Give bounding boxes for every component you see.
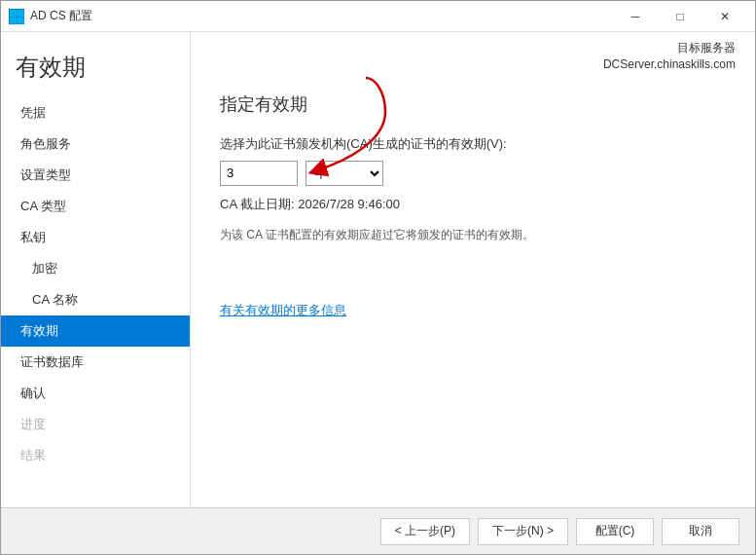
next-button[interactable]: 下一步(N) > bbox=[478, 518, 568, 545]
sidebar-item-role-services[interactable]: 角色服务 bbox=[1, 129, 190, 160]
sidebar-item-private-key[interactable]: 私钥 bbox=[1, 222, 190, 253]
server-info-header: 目标服务器 DCServer.chinaskills.com bbox=[191, 32, 755, 73]
sidebar: 有效期 凭据 角色服务 设置类型 CA 类型 私钥 加密 CA 名称 bbox=[1, 32, 191, 507]
sidebar-item-credentials[interactable]: 凭据 bbox=[1, 97, 190, 129]
expiry-date: CA 截止日期: 2026/7/28 9:46:00 bbox=[220, 196, 726, 213]
svg-rect-0 bbox=[10, 10, 17, 17]
main-area: 目标服务器 DCServer.chinaskills.com 指定有效期 选择为… bbox=[191, 32, 755, 507]
window-controls: ─ □ ✕ bbox=[613, 1, 747, 32]
sidebar-item-confirm[interactable]: 确认 bbox=[1, 378, 190, 409]
window-title: AD CS 配置 bbox=[30, 8, 613, 24]
svg-rect-3 bbox=[18, 17, 24, 23]
section-title: 指定有效期 bbox=[220, 92, 726, 116]
footer: < 上一步(P) 下一步(N) > 配置(C) 取消 bbox=[1, 507, 755, 554]
sidebar-item-ca-type[interactable]: CA 类型 bbox=[1, 191, 190, 222]
app-icon bbox=[9, 9, 24, 24]
svg-rect-2 bbox=[10, 17, 17, 23]
info-text: 为该 CA 证书配置的有效期应超过它将颁发的证书的有效期。 bbox=[220, 227, 658, 243]
svg-rect-1 bbox=[18, 10, 24, 17]
content-area: 有效期 凭据 角色服务 设置类型 CA 类型 私钥 加密 CA 名称 bbox=[1, 32, 755, 507]
sidebar-item-encryption[interactable]: 加密 bbox=[1, 253, 190, 284]
back-button[interactable]: < 上一步(P) bbox=[380, 518, 470, 545]
server-name: DCServer.chinaskills.com bbox=[603, 56, 736, 73]
sidebar-item-progress: 进度 bbox=[1, 409, 190, 440]
maximize-button[interactable]: □ bbox=[658, 1, 702, 32]
validity-input-row: 年 月 周 天 bbox=[220, 161, 383, 186]
close-button[interactable]: ✕ bbox=[702, 1, 747, 32]
title-bar: AD CS 配置 ─ □ ✕ bbox=[1, 1, 755, 32]
minimize-button[interactable]: ─ bbox=[613, 1, 658, 32]
target-server-label: 目标服务器 bbox=[603, 40, 736, 56]
cancel-button[interactable]: 取消 bbox=[662, 518, 739, 545]
sidebar-item-result: 结果 bbox=[1, 440, 190, 471]
sidebar-heading: 有效期 bbox=[1, 32, 190, 97]
sidebar-item-cert-db[interactable]: 证书数据库 bbox=[1, 347, 190, 378]
sidebar-item-ca-name[interactable]: CA 名称 bbox=[1, 284, 190, 315]
configure-button[interactable]: 配置(C) bbox=[576, 518, 654, 545]
main-window: AD CS 配置 ─ □ ✕ 有效期 凭据 角色服务 设置类型 CA 类型 私钥 bbox=[0, 0, 756, 555]
validity-label: 选择为此证书颁发机构(CA)生成的证书的有效期(V): bbox=[220, 135, 726, 153]
more-info-link[interactable]: 有关有效期的更多信息 bbox=[220, 302, 726, 319]
validity-unit-select[interactable]: 年 月 周 天 bbox=[306, 161, 383, 186]
main-content: 指定有效期 选择为此证书颁发机构(CA)生成的证书的有效期(V): 年 月 周 … bbox=[191, 73, 755, 507]
sidebar-item-setup-type[interactable]: 设置类型 bbox=[1, 160, 190, 191]
sidebar-item-validity[interactable]: 有效期 bbox=[1, 315, 190, 347]
validity-input[interactable] bbox=[220, 161, 298, 186]
